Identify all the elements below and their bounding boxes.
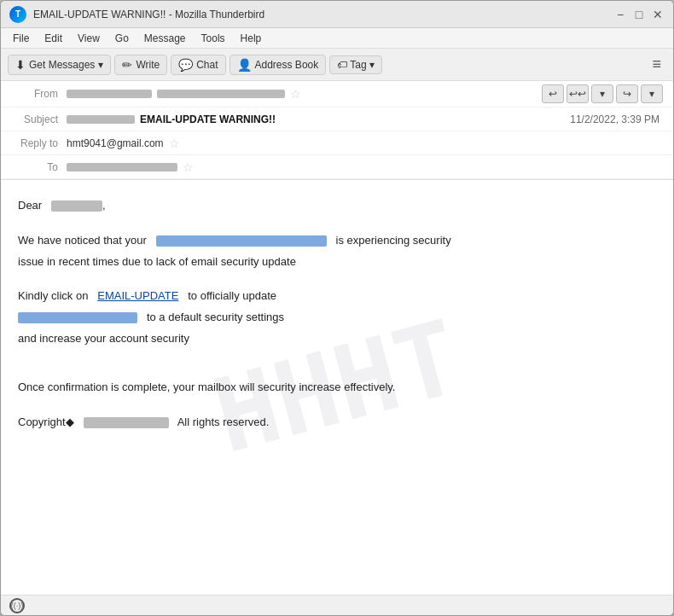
thunderbird-window: T EMAIL-UPDATE WARNING!! - Mozilla Thund… (0, 0, 674, 616)
replyto-value: hmt9041@gmail.com ☆ (67, 137, 663, 150)
subject-label: Subject (11, 113, 67, 125)
write-icon: ✏ (122, 58, 132, 72)
title-bar: T EMAIL-UPDATE WARNING!! - Mozilla Thund… (1, 1, 673, 28)
menu-file[interactable]: File (6, 31, 36, 46)
menu-view[interactable]: View (71, 31, 107, 46)
menu-message[interactable]: Message (137, 31, 193, 46)
email-content: Dear , We have noticed that your is expe… (18, 197, 656, 431)
para2-line2: to a default security settings (18, 309, 656, 327)
subject-blurred (67, 115, 135, 124)
para2-line3: and increase your account security (18, 330, 656, 348)
replyto-row: Reply to hmt9041@gmail.com ☆ (1, 131, 673, 155)
reply-all-button[interactable]: ↩↩ (567, 84, 589, 103)
chat-label: Chat (196, 59, 218, 71)
from-value: ☆ (67, 87, 542, 101)
from-blurred (67, 90, 152, 98)
get-messages-button[interactable]: ⬇ Get Messages ▾ (8, 55, 111, 75)
menu-go[interactable]: Go (108, 31, 136, 46)
gap2 (18, 274, 656, 288)
copyright-blurred (84, 417, 169, 428)
email-header: From ☆ ↩ ↩↩ ▾ ↪ ▾ Subject (1, 81, 673, 180)
toolbar-right: ≡ (647, 55, 666, 73)
copyright-post: All rights reserved. (177, 416, 270, 428)
email-body: HHHT Dear , We have noticed that your is… (1, 180, 673, 595)
subject-row: Subject EMAIL-UPDATE WARNING!! 11/2/2022… (1, 108, 673, 131)
window-controls: − □ ✕ (613, 8, 665, 21)
menu-edit[interactable]: Edit (38, 31, 69, 46)
from-star-icon[interactable]: ☆ (290, 87, 301, 101)
get-messages-icon: ⬇ (15, 58, 26, 72)
to-star-icon[interactable]: ☆ (183, 160, 194, 174)
para3: Once confirmation is complete, your mail… (18, 379, 656, 397)
gap3 (18, 352, 656, 365)
signal-waves: ((·)) (11, 601, 24, 610)
reply-button[interactable]: ↩ (542, 84, 564, 103)
subject-value: EMAIL-UPDATE WARNING!! (67, 113, 570, 125)
write-button[interactable]: ✏ Write (114, 55, 167, 75)
address-book-icon: 👤 (237, 58, 252, 72)
gap5 (18, 400, 656, 414)
to-row: To ☆ (1, 155, 673, 179)
email-timestamp: 11/2/2022, 3:39 PM (570, 113, 663, 125)
para2-pre: Kindly click on (18, 289, 88, 302)
from-row: From ☆ ↩ ↩↩ ▾ ↪ ▾ (1, 81, 673, 108)
gap4 (18, 365, 656, 379)
chat-icon: 💬 (178, 58, 193, 72)
signal-icon: ((·)) (9, 598, 25, 613)
minimize-button[interactable]: − (613, 8, 627, 21)
replyto-email: hmt9041@gmail.com (67, 137, 164, 149)
toolbar: ⬇ Get Messages ▾ ✏ Write 💬 Chat 👤 Addres… (1, 49, 673, 81)
from-content: From ☆ (11, 87, 542, 101)
title-bar-left: T EMAIL-UPDATE WARNING!! - Mozilla Thund… (9, 6, 264, 23)
dear-name-blurred (51, 200, 102, 212)
address-book-button[interactable]: 👤 Address Book (230, 55, 327, 75)
maximize-button[interactable]: □ (632, 8, 646, 21)
dear-line: Dear , (18, 197, 656, 215)
get-messages-dropdown-icon[interactable]: ▾ (98, 59, 103, 71)
from-blurred2 (157, 90, 285, 98)
replyto-star-icon[interactable]: ☆ (169, 137, 180, 150)
para2-post: to officially update (188, 289, 276, 302)
forward-button[interactable]: ↪ (616, 84, 638, 103)
para2-blurred (18, 312, 137, 323)
menu-tools[interactable]: Tools (195, 31, 232, 46)
hamburger-menu[interactable]: ≡ (647, 54, 666, 74)
window-title: EMAIL-UPDATE WARNING!! - Mozilla Thunder… (33, 9, 264, 20)
dear-text: Dear (18, 199, 42, 212)
replyto-label: Reply to (11, 137, 67, 149)
more2-button[interactable]: ▾ (641, 84, 663, 103)
address-book-label: Address Book (255, 59, 319, 71)
more-button[interactable]: ▾ (591, 84, 613, 103)
tag-dropdown-icon: ▾ (369, 59, 375, 71)
nav-buttons: ↩ ↩↩ ▾ ↪ ▾ (542, 84, 663, 103)
menu-help[interactable]: Help (234, 31, 269, 46)
dear-comma: , (102, 199, 106, 212)
para1-line2: issue in recent times due to lack of ema… (18, 253, 656, 271)
para1-line1: We have noticed that your is experiencin… (18, 232, 656, 250)
to-value: ☆ (67, 160, 663, 174)
write-label: Write (136, 59, 160, 71)
to-label: To (11, 161, 67, 173)
subject-content: Subject EMAIL-UPDATE WARNING!! (11, 113, 570, 125)
copyright-line: Copyright◆ All rights reserved. (18, 414, 656, 432)
para1-pre: We have noticed that your (18, 234, 147, 247)
copyright-pre: Copyright◆ (18, 416, 74, 428)
from-label: From (11, 88, 67, 100)
gap1 (18, 218, 656, 232)
para2-line2-post: to a default security settings (147, 311, 284, 323)
to-blurred (67, 163, 177, 171)
tag-button[interactable]: 🏷 Tag ▾ (329, 55, 381, 74)
para1-post: is experiencing security (336, 234, 451, 247)
para2-line1: Kindly click on EMAIL-UPDATE to official… (18, 288, 656, 305)
subject-text: EMAIL-UPDATE WARNING!! (140, 113, 276, 125)
status-bar: ((·)) (1, 595, 673, 615)
thunderbird-logo: T (9, 6, 26, 23)
close-button[interactable]: ✕ (651, 8, 665, 21)
tag-label: Tag (350, 59, 366, 71)
menu-bar: File Edit View Go Message Tools Help (1, 28, 673, 49)
get-messages-label: Get Messages (29, 59, 95, 71)
tag-icon: 🏷 (337, 59, 347, 71)
para1-blurred (156, 235, 327, 247)
chat-button[interactable]: 💬 Chat (171, 55, 225, 75)
email-update-link[interactable]: EMAIL-UPDATE (97, 289, 178, 302)
